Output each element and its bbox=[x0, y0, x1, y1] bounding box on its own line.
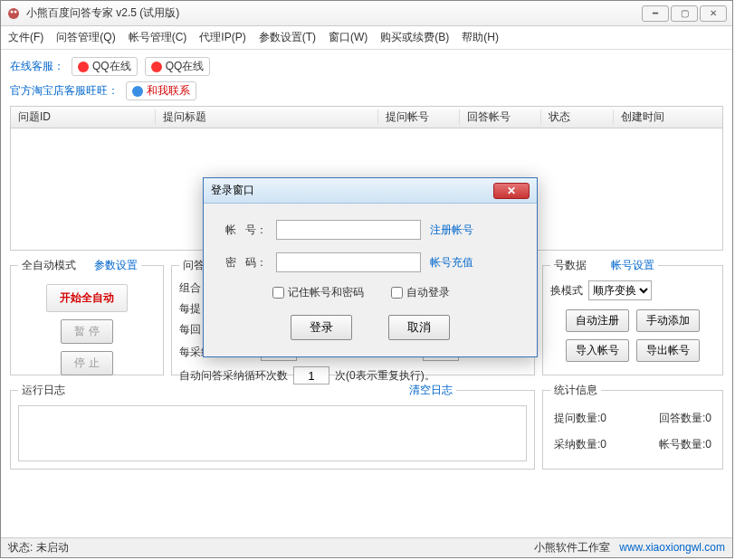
statusbar: 状态: 未启动 小熊软件工作室 www.xiaoxiongwl.com bbox=[1, 537, 732, 557]
dialog-title: 登录窗口 bbox=[211, 183, 254, 198]
stats-panel: 统计信息 提问数量:0 回答数量:0 采纳数量:0 帐号数量:0 bbox=[542, 383, 723, 470]
menu-account-manage[interactable]: 帐号管理(C) bbox=[129, 30, 187, 45]
cancel-button[interactable]: 取消 bbox=[388, 315, 450, 340]
menu-window[interactable]: 窗口(W) bbox=[329, 30, 368, 45]
th-id[interactable]: 问题ID bbox=[11, 109, 156, 125]
password-input[interactable] bbox=[276, 252, 421, 272]
start-auto-button[interactable]: 开始全自动 bbox=[46, 284, 128, 312]
th-status[interactable]: 状态 bbox=[541, 109, 614, 125]
answer-count: 回答数量:0 bbox=[659, 411, 711, 426]
combo-label: 组合 bbox=[179, 280, 201, 296]
maximize-button[interactable]: ▢ bbox=[671, 5, 698, 22]
account-input[interactable] bbox=[276, 220, 421, 240]
password-label: 密 码： bbox=[222, 255, 267, 271]
status-text: 状态: 未启动 bbox=[8, 540, 69, 555]
login-dialog: 登录窗口 ✕ 帐 号： 注册帐号 密 码： 帐号充值 记住帐号和密码 自动登录 … bbox=[203, 177, 538, 357]
qq-online-2[interactable]: QQ在线 bbox=[145, 57, 211, 76]
login-button[interactable]: 登录 bbox=[291, 315, 352, 340]
each-answer-label: 每回 bbox=[179, 322, 201, 337]
log-panel: 运行日志 清空日志 bbox=[10, 383, 535, 470]
taobao-label: 官方淘宝店客服旺旺： bbox=[10, 83, 119, 99]
th-created[interactable]: 创建时间 bbox=[614, 109, 722, 125]
param-settings-link[interactable]: 参数设置 bbox=[94, 258, 138, 273]
log-legend: 运行日志 bbox=[22, 383, 65, 398]
th-ask-account[interactable]: 提问帐号 bbox=[378, 109, 460, 125]
manual-add-button[interactable]: 手动添加 bbox=[636, 309, 700, 332]
remember-checkbox[interactable]: 记住帐号和密码 bbox=[272, 285, 364, 300]
stop-button[interactable]: 停 止 bbox=[61, 351, 112, 375]
online-service-label: 在线客服： bbox=[10, 59, 64, 74]
ask-count: 提问数量:0 bbox=[554, 411, 606, 426]
wangwang-contact[interactable]: 和我联系 bbox=[126, 81, 196, 100]
auto-login-checkbox[interactable]: 自动登录 bbox=[391, 285, 450, 300]
wangwang-icon bbox=[132, 86, 143, 97]
qq-icon bbox=[151, 62, 162, 72]
loop-note: 次(0表示重复执行)。 bbox=[335, 368, 435, 384]
each-ask-label: 每提 bbox=[179, 301, 201, 317]
th-title[interactable]: 提问标题 bbox=[156, 109, 378, 125]
auto-mode-panel: 全自动模式 参数设置 开始全自动 暂 停 停 止 bbox=[10, 258, 164, 375]
titlebar: 小熊百度问答专家 v2.5 (试用版) ━ ▢ ✕ bbox=[1, 1, 732, 26]
recharge-link[interactable]: 帐号充值 bbox=[430, 255, 473, 271]
menu-help[interactable]: 帮助(H) bbox=[462, 30, 499, 45]
loop-label: 自动问答采纳循环次数 bbox=[179, 368, 288, 384]
menubar: 文件(F) 问答管理(Q) 帐号管理(C) 代理IP(P) 参数设置(T) 窗口… bbox=[1, 26, 732, 50]
studio-label: 小熊软件工作室 bbox=[534, 541, 610, 554]
dialog-close-button[interactable]: ✕ bbox=[493, 183, 530, 199]
log-textarea[interactable] bbox=[18, 405, 527, 461]
auto-register-button[interactable]: 自动注册 bbox=[566, 309, 629, 332]
stats-legend: 统计信息 bbox=[550, 383, 601, 398]
loop-value[interactable] bbox=[293, 366, 329, 384]
pause-button[interactable]: 暂 停 bbox=[61, 319, 112, 344]
switch-mode-select[interactable]: 顺序变换 bbox=[588, 280, 652, 300]
account-count: 帐号数量:0 bbox=[659, 437, 711, 452]
account-label: 帐 号： bbox=[222, 223, 267, 238]
menu-param-settings[interactable]: 参数设置(T) bbox=[259, 30, 316, 45]
import-account-button[interactable]: 导入帐号 bbox=[566, 339, 629, 362]
qq-online-1[interactable]: QQ在线 bbox=[72, 57, 138, 76]
window-title: 小熊百度问答专家 v2.5 (试用版) bbox=[26, 5, 642, 21]
menu-qa-manage[interactable]: 问答管理(Q) bbox=[56, 30, 115, 45]
clear-log-link[interactable]: 清空日志 bbox=[409, 383, 453, 398]
menu-proxy-ip[interactable]: 代理IP(P) bbox=[199, 30, 245, 45]
switch-mode-label: 换模式 bbox=[550, 283, 583, 299]
svg-point-0 bbox=[8, 8, 19, 19]
studio-url[interactable]: www.xiaoxiongwl.com bbox=[619, 541, 725, 554]
menu-file[interactable]: 文件(F) bbox=[8, 30, 43, 45]
online-service-row: 在线客服： QQ在线 QQ在线 bbox=[10, 57, 723, 76]
th-answer-account[interactable]: 回答帐号 bbox=[460, 109, 541, 125]
app-icon bbox=[6, 6, 21, 21]
qq-icon bbox=[78, 62, 89, 72]
account-data-panel: 号数据 帐号设置 换模式 顺序变换 自动注册 手动添加 导入帐号 导出帐号 bbox=[542, 258, 723, 375]
taobao-service-row: 官方淘宝店客服旺旺： 和我联系 bbox=[10, 81, 723, 100]
account-legend: 号数据 bbox=[554, 258, 587, 273]
svg-point-2 bbox=[14, 10, 17, 13]
auto-mode-legend: 全自动模式 bbox=[22, 258, 76, 273]
export-account-button[interactable]: 导出帐号 bbox=[636, 339, 700, 362]
account-settings-link[interactable]: 帐号设置 bbox=[611, 258, 654, 273]
close-button[interactable]: ✕ bbox=[700, 5, 727, 22]
svg-point-1 bbox=[11, 10, 14, 13]
accept-count: 采纳数量:0 bbox=[554, 437, 606, 452]
minimize-button[interactable]: ━ bbox=[642, 5, 669, 22]
menu-purchase[interactable]: 购买或续费(B) bbox=[380, 30, 449, 45]
register-link[interactable]: 注册帐号 bbox=[430, 223, 473, 238]
